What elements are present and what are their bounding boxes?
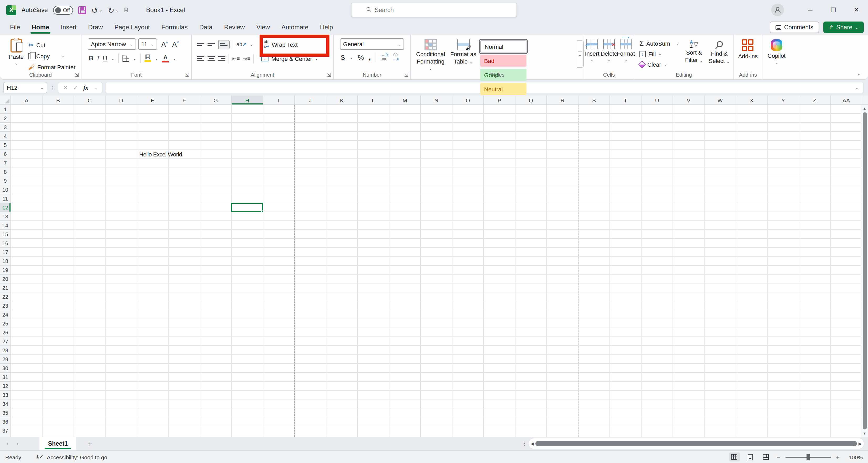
row-header-6[interactable]: 6 (0, 150, 10, 159)
column-header-j[interactable]: J (295, 96, 326, 104)
chevron-down-icon[interactable]: ⌄ (61, 54, 64, 58)
copilot-button[interactable]: Copilot ⌄ (768, 37, 786, 79)
page-break-view-button[interactable] (761, 453, 771, 461)
fill-button[interactable]: ↓Fill⌄ (640, 49, 683, 58)
tab-home[interactable]: Home (26, 21, 55, 35)
tab-automate[interactable]: Automate (276, 21, 314, 35)
accessibility-status[interactable]: 🯅✓ Accessibility: Good to go (36, 454, 107, 460)
italic-button[interactable]: I (97, 54, 99, 62)
row-header-33[interactable]: 33 (0, 391, 10, 399)
tab-formulas[interactable]: Formulas (156, 21, 193, 35)
share-button[interactable]: ↱Share⌄ (823, 22, 864, 33)
align-middle-button[interactable] (208, 41, 215, 47)
clipboard-dialog-launcher[interactable]: ⇲ (75, 72, 79, 78)
increase-font-size-button[interactable]: A˄ (161, 40, 168, 48)
cell-grid[interactable]: Hello Excel World (11, 105, 861, 437)
row-header-3[interactable]: 3 (0, 123, 10, 132)
chevron-down-icon[interactable]: ⌄ (775, 60, 778, 65)
row-header-7[interactable]: 7 (0, 159, 10, 167)
column-header-c[interactable]: C (74, 96, 105, 104)
chevron-down-icon[interactable]: ⌄ (133, 56, 136, 61)
tab-scroll-splitter[interactable]: ⋮ (522, 439, 524, 448)
zoom-out-button[interactable]: − (777, 453, 780, 461)
chevron-down-icon[interactable]: ⌄ (250, 42, 253, 47)
row-header-35[interactable]: 35 (0, 408, 10, 417)
row-header-25[interactable]: 25 (0, 319, 10, 328)
quick-access-options-icon[interactable]: ⍌ (124, 6, 127, 13)
zoom-slider-thumb[interactable] (806, 454, 809, 460)
chevron-down-icon[interactable]: ⌄ (676, 41, 679, 46)
row-header-20[interactable]: 20 (0, 274, 10, 284)
tab-view[interactable]: View (251, 21, 276, 35)
column-header-i[interactable]: I (263, 96, 295, 104)
select-all-button[interactable] (0, 96, 11, 104)
column-header-b[interactable]: B (42, 96, 74, 104)
minimize-button[interactable]: ─ (799, 0, 822, 20)
tab-draw[interactable]: Draw (82, 21, 108, 35)
row-header-30[interactable]: 30 (0, 364, 10, 373)
maximize-button[interactable]: ☐ (822, 0, 845, 20)
row-header-24[interactable]: 24 (0, 310, 10, 319)
row-header-11[interactable]: 11 (0, 194, 10, 203)
cell-style-bad[interactable]: Bad (480, 55, 527, 67)
row-header-15[interactable]: 15 (0, 230, 10, 239)
row-header-17[interactable]: 17 (0, 248, 10, 257)
font-size-select[interactable]: 11⌄ (138, 38, 157, 50)
row-header-1[interactable]: 1 (0, 105, 10, 114)
normal-view-button[interactable] (729, 453, 740, 461)
clear-button[interactable]: Clear⌄ (640, 60, 683, 69)
column-header-y[interactable]: Y (768, 96, 799, 104)
row-header-26[interactable]: 26 (0, 328, 10, 337)
enter-icon[interactable]: ✓ (73, 84, 78, 91)
fill-handle[interactable] (261, 210, 264, 212)
chevron-down-icon[interactable]: ⌄ (111, 56, 115, 61)
wrap-text-button[interactable]: abc↩ Wrap Text (264, 40, 298, 49)
format-painter-button[interactable]: 🖌Format Painter (28, 63, 76, 71)
cancel-icon[interactable]: ✕ (63, 84, 68, 91)
chevron-down-icon[interactable]: ⌄ (14, 61, 18, 66)
row-header-14[interactable]: 14 (0, 221, 10, 230)
fill-color-button[interactable]: ⛾ (145, 55, 151, 62)
column-header-e[interactable]: E (137, 96, 169, 104)
number-format-select[interactable]: General⌄ (340, 38, 404, 50)
vertical-scroll-thumb[interactable] (863, 112, 867, 429)
autosave-toggle[interactable]: Off (53, 5, 73, 14)
chevron-down-icon[interactable]: ⌄ (315, 56, 318, 61)
chevron-down-icon[interactable]: ⌄ (94, 85, 97, 90)
tab-insert[interactable]: Insert (55, 21, 82, 35)
collapse-ribbon-button[interactable]: ⌄ (857, 71, 861, 76)
redo-button[interactable]: ↻⌄ (108, 6, 119, 14)
row-header-21[interactable]: 21 (0, 284, 10, 292)
prev-sheet-button[interactable]: ‹ (6, 440, 8, 447)
chevron-down-icon[interactable]: ⌄ (658, 52, 662, 56)
column-header-f[interactable]: F (169, 96, 200, 104)
row-header-16[interactable]: 16 (0, 239, 10, 248)
row-header-27[interactable]: 27 (0, 337, 10, 346)
name-box[interactable]: H12⌄ (3, 82, 47, 93)
chevron-down-icon[interactable]: ⌄ (155, 56, 158, 61)
column-header-h[interactable]: H (232, 96, 263, 104)
row-header-31[interactable]: 31 (0, 373, 10, 382)
copy-button[interactable]: Copy⌄ (28, 52, 76, 60)
align-right-button[interactable] (218, 55, 225, 62)
row-header-34[interactable]: 34 (0, 399, 10, 408)
percent-format-button[interactable]: % (358, 53, 364, 61)
chevron-down-icon[interactable]: ⌄ (115, 8, 119, 12)
align-left-button[interactable] (197, 55, 205, 62)
row-header-18[interactable]: 18 (0, 257, 10, 266)
column-header-aa[interactable]: AA (831, 96, 862, 104)
tab-help[interactable]: Help (314, 21, 339, 35)
row-header-5[interactable]: 5 (0, 141, 10, 150)
cut-button[interactable]: ✂Cut (28, 40, 76, 49)
column-header-t[interactable]: T (610, 96, 642, 104)
sheet-tab-active[interactable]: Sheet1 (40, 437, 76, 451)
column-header-w[interactable]: W (705, 96, 736, 104)
expand-formula-bar-icon[interactable]: ⌄ (856, 85, 859, 90)
row-header-37[interactable]: 37 (0, 426, 10, 435)
column-header-d[interactable]: D (105, 96, 137, 104)
increase-decimal-button[interactable]: ←.0.00 (381, 53, 388, 61)
column-header-u[interactable]: U (642, 96, 673, 104)
column-header-k[interactable]: K (326, 96, 358, 104)
decrease-decimal-button[interactable]: .00→.0 (393, 53, 399, 61)
insert-function-button[interactable]: fx (83, 84, 89, 92)
